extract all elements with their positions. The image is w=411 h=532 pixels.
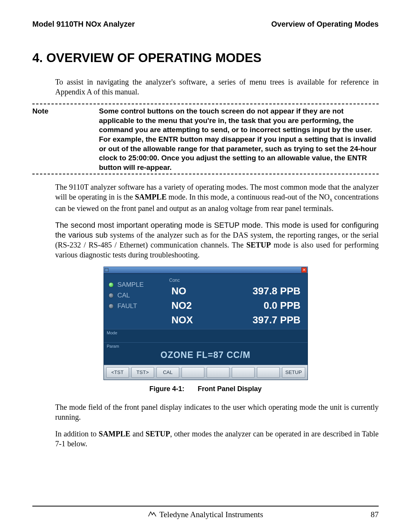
page-number: 87 [371,510,379,520]
close-icon[interactable]: ✕ [301,267,307,273]
page-footer: Teledyne Analytical Instruments 87 [32,506,379,520]
paragraph-1: The 9110T analyzer software has a variet… [55,182,379,213]
blank-button-3[interactable] [232,367,255,378]
param-value: OZONE FL=87 CC/M [107,349,304,363]
blank-button-1[interactable] [182,367,204,378]
led-off-icon [108,304,114,309]
header-left: Model 9110TH NOx Analyzer [32,19,135,29]
paragraph-3: The mode field of the front panel displa… [55,402,379,422]
blank-button-4[interactable] [257,367,280,378]
led-off-icon [108,293,114,298]
conc-header: Conc [169,278,303,284]
chapter-title: 4. OVERVIEW OF OPERATING MODES [32,50,379,66]
status-cal: CAL [108,291,169,300]
note-box: Note Some control buttons on the touch s… [32,104,379,174]
note-label: Note [32,107,99,173]
conc-no2: NO2 0.0 PPB [169,299,303,313]
button-strip: <TST TST> CAL SETUP [104,365,307,380]
cal-button[interactable]: CAL [156,367,179,378]
front-panel-figure: ✕ SAMPLE CAL FAULT Conc [104,267,308,380]
note-body: Some control buttons on the touch screen… [99,107,379,173]
intro-paragraph: To assist in navigating the analyzer's s… [55,77,379,97]
tst-prev-button[interactable]: <TST [106,367,129,378]
panel-body: SAMPLE CAL FAULT Conc NO 397.8 PPB [104,273,308,380]
param-label: Param [107,343,304,349]
footer-company: Teledyne Analytical Instruments [159,510,263,520]
conc-no: NO 397.8 PPB [169,284,303,299]
setup-button[interactable]: SETUP [282,367,305,378]
concentration-column: Conc NO 397.8 PPB NO2 0.0 PPB NOX 397.7 … [169,278,303,328]
status-sample: SAMPLE [108,281,169,289]
teledyne-logo-icon [148,510,156,519]
status-column: SAMPLE CAL FAULT [108,278,169,328]
header-right: Overview of Operating Modes [271,19,379,29]
window-titlebar: ✕ [104,267,308,273]
mode-strip: Mode [104,329,307,342]
led-green-icon [108,282,114,288]
tst-next-button[interactable]: TST> [131,367,154,378]
page-header: Model 9110TH NOx Analyzer Overview of Op… [32,19,379,29]
blank-button-2[interactable] [207,367,229,378]
param-strip: Param OZONE FL=87 CC/M [104,342,307,365]
figure-caption: Figure 4-1: Front Panel Display [32,385,379,393]
paragraph-2: The second most important operating mode… [55,220,379,260]
status-fault: FAULT [108,302,169,310]
conc-nox: NOX 397.7 PPB [169,313,303,328]
paragraph-4: In addition to SAMPLE and SETUP, other m… [55,429,379,449]
window-icon [105,268,108,272]
